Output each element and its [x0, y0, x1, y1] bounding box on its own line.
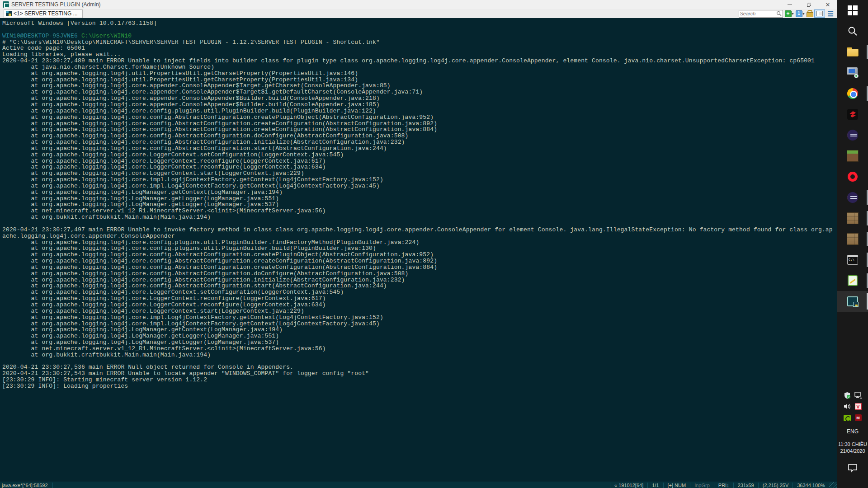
- console-line: at org.apache.logging.log4j.core.impl.Lo…: [2, 183, 837, 189]
- eclipse-running-button[interactable]: [837, 187, 868, 208]
- eclipse-button[interactable]: [837, 125, 868, 145]
- opera-icon: [848, 172, 858, 182]
- console-line: Active code page: 65001: [2, 45, 837, 52]
- close-button[interactable]: ✕: [818, 0, 837, 9]
- titlebar: SERVER TESTING PLUGIN (Admin) ✕: [0, 0, 837, 9]
- opera-button[interactable]: [837, 166, 868, 187]
- status-cells: « 191012[64]1/1[+] NUMInpGrpPRI↕231x59(2…: [610, 482, 829, 488]
- process-label: java.exe*[*64]:58592: [0, 483, 53, 488]
- console-line: at org.apache.logging.log4j.core.config.…: [2, 264, 837, 271]
- console-line: at org.apache.logging.log4j.util.Propert…: [2, 70, 837, 77]
- console-line: at net.minecraft.server.v1_12_R1.Minecra…: [2, 208, 837, 214]
- console-line: at org.apache.logging.log4j.core.config.…: [2, 283, 837, 289]
- chrome-button[interactable]: [837, 83, 868, 104]
- search-icon: [847, 26, 858, 37]
- status-cell: « 191012[64]: [610, 483, 647, 488]
- tab-label: <1> SERVER TESTING ...: [14, 10, 78, 17]
- lock-button[interactable]: [807, 10, 812, 18]
- command-prompt-button[interactable]: [837, 249, 868, 270]
- console-line: at org.apache.logging.log4j.core.config.…: [2, 127, 837, 133]
- console-line: at org.apache.logging.log4j.core.config.…: [2, 139, 837, 145]
- remote-pc-button[interactable]: [837, 62, 868, 83]
- search-icon[interactable]: [776, 11, 782, 16]
- console-line: at org.apache.logging.log4j.core.config.…: [2, 108, 837, 114]
- notepad-plus-plus-button[interactable]: [837, 270, 868, 291]
- console-line: at org.apache.logging.log4j.core.appende…: [2, 102, 837, 108]
- console-line: Microsoft Windows [Version 10.0.17763.11…: [2, 20, 837, 27]
- action-center-button[interactable]: [837, 464, 868, 473]
- command-prompt-icon: [847, 255, 858, 265]
- crafting-table-icon: [847, 234, 858, 244]
- tab-server-testing[interactable]: <1> SERVER TESTING ...: [4, 9, 83, 18]
- console-line: at org.apache.logging.log4j.core.config.…: [2, 271, 837, 277]
- adobe-icon[interactable]: M: [854, 414, 862, 422]
- conemu-icon: [847, 296, 858, 306]
- clock[interactable]: 11:30 CHIỀU 21/04/2020: [837, 441, 868, 455]
- nvidia-icon[interactable]: [844, 414, 851, 422]
- notepad-plus-plus-icon: [848, 275, 858, 286]
- minecraft-button[interactable]: [837, 145, 868, 166]
- console-line: at org.apache.logging.log4j.core.appende…: [2, 95, 837, 102]
- garena-icon: [847, 109, 858, 120]
- active-console-button[interactable]: 1▾: [796, 10, 805, 18]
- console-line: 2020-04-21 23:30:27,489 main ERROR Unabl…: [2, 58, 837, 64]
- console-line: # "C:\Users\WIN10\Desktop\MINECRAFT\SERV…: [2, 39, 837, 46]
- chevron-down-icon[interactable]: ▾: [792, 12, 794, 16]
- clock-date: 21/04/2020: [837, 448, 868, 455]
- console-tab-icon: [6, 11, 12, 16]
- remote-pc-icon: [847, 67, 859, 78]
- console-output[interactable]: Microsoft Windows [Version 10.0.17763.11…: [0, 18, 837, 482]
- new-console-button[interactable]: +▾: [785, 10, 794, 18]
- windows-logo-icon: [848, 5, 858, 15]
- console-line: at java.nio.charset.Charset.forName(Unkn…: [2, 64, 837, 70]
- defender-shield-icon[interactable]: [844, 391, 851, 399]
- start-button[interactable]: [837, 0, 868, 21]
- restore-button[interactable]: [799, 0, 818, 9]
- status-cell: 36344 100%: [793, 483, 829, 488]
- status-bar: java.exe*[*64]:58592 « 191012[64]1/1[+] …: [0, 482, 837, 488]
- chevron-down-icon[interactable]: ▾: [803, 12, 805, 16]
- console-line: at org.apache.logging.log4j.core.appende…: [2, 89, 837, 95]
- console-line: at org.apache.logging.log4j.core.appende…: [2, 83, 837, 89]
- taskbar-search-button[interactable]: [837, 21, 868, 42]
- console-line: Loading libraries, please wait...: [2, 52, 837, 58]
- console-line: at org.apache.logging.log4j.util.Propert…: [2, 77, 837, 83]
- console-line: at org.apache.logging.log4j.LogManager.g…: [2, 189, 837, 196]
- console-line: at org.apache.logging.log4j.LogManager.g…: [2, 327, 837, 333]
- console-line: at org.apache.logging.log4j.core.config.…: [2, 239, 837, 246]
- network-icon[interactable]: [854, 391, 862, 399]
- taskbar: V M ENG 11:30 CHIỀU 21/04/2020: [837, 0, 868, 488]
- console-line: at org.apache.logging.log4j.LogManager.g…: [2, 333, 837, 339]
- console-line: at org.apache.logging.log4j.core.impl.Lo…: [2, 177, 837, 183]
- status-cell: PRI↕: [714, 483, 733, 488]
- volume-icon[interactable]: [844, 403, 851, 410]
- console-line: at org.bukkit.craftbukkit.Main.main(Main…: [2, 352, 837, 358]
- resize-grip[interactable]: [829, 482, 837, 488]
- conemu-toolbar: +▾ 1▾ ☰: [739, 9, 835, 18]
- conemu-taskbar-button[interactable]: [837, 291, 868, 312]
- status-cell: (2,215) 25V: [758, 483, 793, 488]
- console-line: [2, 27, 837, 33]
- status-cell: [+] NUM: [663, 483, 690, 488]
- crafting-table-button-2[interactable]: [837, 229, 868, 249]
- scroll-panel-icon: [816, 11, 823, 16]
- minecraft-grass-icon: [847, 150, 858, 161]
- action-center-icon: [848, 464, 858, 473]
- status-cell: 1/1: [647, 483, 663, 488]
- hamburger-menu-icon: ☰: [828, 10, 834, 18]
- console-line: at org.apache.logging.log4j.core.LoggerC…: [2, 158, 837, 164]
- v-app-icon[interactable]: V: [854, 403, 862, 410]
- eclipse-icon: [847, 192, 858, 203]
- language-indicator[interactable]: ENG: [837, 428, 868, 435]
- console-line: at org.apache.logging.log4j.core.config.…: [2, 252, 837, 258]
- crafting-table-button-1[interactable]: [837, 208, 868, 229]
- scrolling-toggle-button[interactable]: [814, 9, 825, 18]
- console-line: at org.apache.logging.log4j.core.LoggerC…: [2, 308, 837, 314]
- chrome-icon: [847, 88, 858, 99]
- minimize-button[interactable]: [780, 0, 799, 9]
- main-menu-button[interactable]: ☰: [827, 10, 835, 17]
- console-line: at org.apache.logging.log4j.core.LoggerC…: [2, 170, 837, 177]
- garena-button[interactable]: [837, 104, 868, 125]
- file-explorer-button[interactable]: [837, 42, 868, 62]
- search-input[interactable]: [739, 11, 776, 16]
